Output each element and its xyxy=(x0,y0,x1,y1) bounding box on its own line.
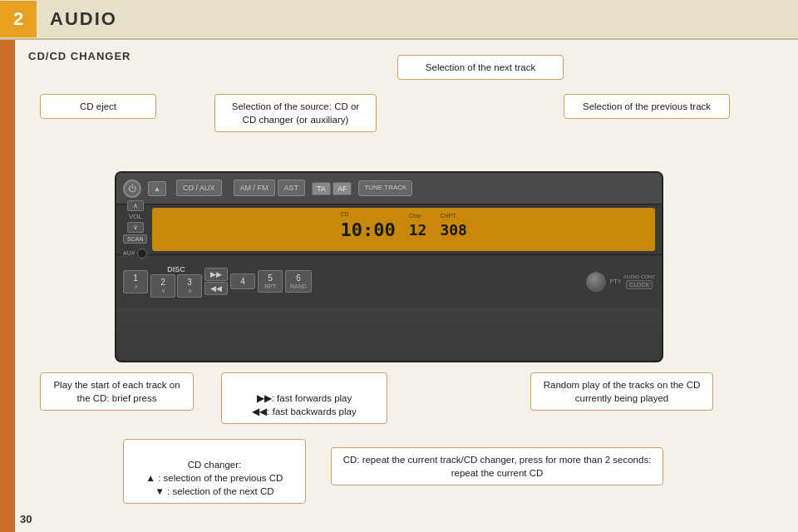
aux-label: AUX xyxy=(123,250,135,256)
num-btn-4[interactable]: 4 xyxy=(230,273,255,289)
num-btn-2[interactable]: 2 ∨ xyxy=(150,274,175,298)
radio-unit: ⏻ ▲ CD / AUX AM / FM AST TA AF TUNE TRAC… xyxy=(115,171,663,362)
eject-button[interactable]: ▲ xyxy=(148,181,166,196)
power-button[interactable]: ⏻ xyxy=(123,180,141,198)
vol-label: VOL xyxy=(129,213,142,220)
chapter-badge: 2 xyxy=(0,1,37,37)
fast-backward-button[interactable]: ◀◀ xyxy=(204,282,228,295)
radio-display: CD 10:00 Chm 12 CHPT 308 xyxy=(152,208,655,251)
num-btn-6[interactable]: 6 RAND xyxy=(285,270,312,293)
rpt-rand-buttons: 5 RPT xyxy=(258,270,283,293)
page-number: 30 xyxy=(20,513,32,525)
chpt-display-label: CHPT xyxy=(440,213,456,219)
radio-display-row: ∧ VOL ∨ SCAN AUX CD 10:00 Chm 12 xyxy=(116,204,662,254)
clock-button[interactable]: CLOCK xyxy=(626,280,653,289)
callout-play-start: Play the start of each track on the CD: … xyxy=(40,372,194,411)
audio-cont-group: AUDIO CONT CLOCK xyxy=(623,274,655,289)
chm-display-label: Chm xyxy=(409,213,421,219)
callout-fast-play: ▶▶: fast forwards play ◀◀: fast backward… xyxy=(221,372,387,424)
source-buttons: CD / AUX AM / FM AST xyxy=(176,180,305,198)
vol-down-button[interactable]: ∨ xyxy=(127,222,144,233)
disc-label: DISC xyxy=(165,265,188,273)
vol-scan-controls: ∧ VOL ∨ SCAN AUX xyxy=(123,200,147,259)
tune-track-button[interactable]: TUNE TRACK xyxy=(358,180,412,195)
vol-up-button[interactable]: ∧ xyxy=(127,200,144,211)
callout-cd-repeat: CD: repeat the current track/CD changer,… xyxy=(331,447,663,485)
sidebar-accent xyxy=(0,40,15,532)
callout-next-track: Selection of the next track xyxy=(397,55,564,80)
rand-button-group: 6 RAND xyxy=(285,270,312,293)
num-btn-1[interactable]: 1 ∨ xyxy=(123,270,148,293)
pty-knob[interactable] xyxy=(586,272,606,292)
cd-display-label: CD xyxy=(341,211,349,217)
callout-previous-track: Selection of the previous track xyxy=(564,94,730,119)
num-btn-3[interactable]: 3 ∧ xyxy=(177,274,202,298)
callout-cd-changer: CD changer: ▲ : selection of the previou… xyxy=(123,439,306,504)
callout-source-selection: Selection of the source: CD or CD change… xyxy=(214,94,377,132)
fast-forward-button[interactable]: ▶▶ xyxy=(204,268,228,281)
display-track: 12 xyxy=(409,221,427,239)
callout-cd-eject: CD eject xyxy=(40,94,156,119)
pty-label: PTY xyxy=(610,278,622,284)
audio-cont-label: AUDIO CONT xyxy=(623,274,655,279)
ast-button[interactable]: AST xyxy=(278,180,306,196)
main-content: CD/CD CHANGER CD eject Selection of the … xyxy=(15,40,798,532)
ta-af-buttons: TA AF xyxy=(312,182,352,195)
num-btn-5[interactable]: 5 RPT xyxy=(258,270,283,293)
page-title: AUDIO xyxy=(50,8,117,30)
callout-random-play: Random play of the tracks on the CD curr… xyxy=(530,372,713,411)
cd-aux-button[interactable]: CD / AUX xyxy=(176,180,222,196)
ta-button[interactable]: TA xyxy=(312,182,331,195)
af-button[interactable]: AF xyxy=(332,182,352,195)
am-fm-button[interactable]: AM / FM xyxy=(234,180,275,196)
radio-bottom-buttons: 1 ∨ DISC 2 ∨ 3 ∧ ▶▶ ◀◀ xyxy=(116,254,662,308)
header: 2 AUDIO xyxy=(0,0,798,40)
radio-top-row: ⏻ ▲ CD / AUX AM / FM AST TA AF TUNE TRAC… xyxy=(116,173,662,204)
scan-button[interactable]: SCAN xyxy=(123,234,147,244)
track-buttons: ▶▶ ◀◀ xyxy=(204,268,228,295)
aux-jack xyxy=(137,249,147,259)
display-time: 10:00 xyxy=(341,219,396,240)
display-chapter: 308 xyxy=(440,221,467,239)
